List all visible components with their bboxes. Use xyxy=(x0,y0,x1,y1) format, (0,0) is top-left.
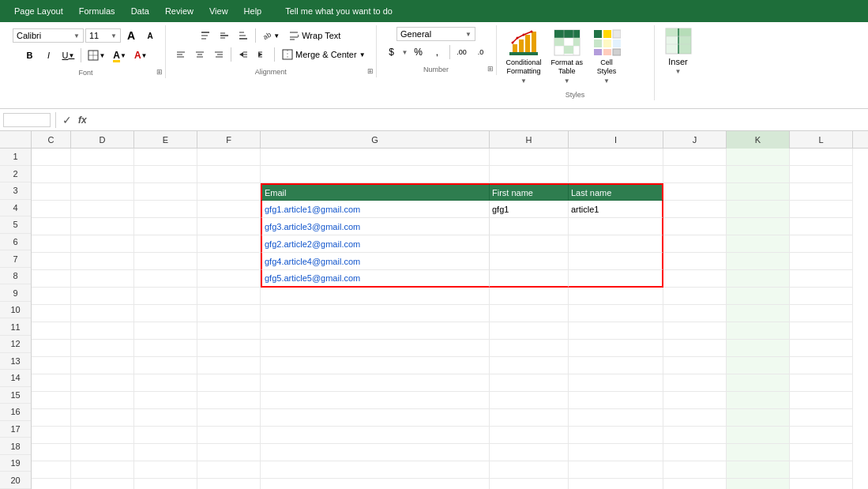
align-top-button[interactable] xyxy=(197,27,214,44)
tab-help[interactable]: Help xyxy=(236,3,270,19)
row-num-16[interactable]: 16 xyxy=(0,404,31,421)
cell-f8[interactable] xyxy=(197,270,261,288)
cell-j7[interactable] xyxy=(663,253,727,270)
cell-e2[interactable] xyxy=(134,166,197,183)
cell-h2[interactable] xyxy=(490,166,569,183)
cell-f2[interactable] xyxy=(197,166,261,183)
col-header-g[interactable]: G xyxy=(261,131,490,149)
tab-review[interactable]: Review xyxy=(157,3,201,19)
cell-k7[interactable] xyxy=(727,253,790,270)
cell-h5[interactable] xyxy=(490,218,569,235)
cell-c1[interactable] xyxy=(32,149,71,166)
cell-d7[interactable] xyxy=(71,253,134,270)
fill-color-button[interactable]: A ▼ xyxy=(110,47,130,64)
bold-button[interactable]: B xyxy=(21,47,39,64)
right-align-button[interactable] xyxy=(210,46,227,63)
increase-indent-button[interactable] xyxy=(254,46,271,63)
cell-d8[interactable] xyxy=(71,270,134,288)
cell-l7[interactable] xyxy=(790,253,853,270)
col-header-l[interactable]: L xyxy=(790,131,853,149)
font-group-expand[interactable]: ⊞ xyxy=(156,68,163,76)
cell-d4[interactable] xyxy=(71,201,134,218)
cell-i2[interactable] xyxy=(569,166,663,183)
currency-button[interactable]: $ xyxy=(383,43,400,61)
row-num-11[interactable]: 11 xyxy=(0,318,31,336)
row-num-8[interactable]: 8 xyxy=(0,268,31,285)
cell-k5[interactable] xyxy=(727,218,790,235)
cell-f3[interactable] xyxy=(197,183,261,201)
cell-g4[interactable]: gfg1.article1@gmail.com xyxy=(261,201,490,218)
cell-c3[interactable] xyxy=(32,183,71,201)
cell-d5[interactable] xyxy=(71,218,134,235)
cell-j2[interactable] xyxy=(663,166,727,183)
row-num-9[interactable]: 9 xyxy=(0,284,31,302)
cell-i6[interactable] xyxy=(569,235,663,253)
row-num-5[interactable]: 5 xyxy=(0,216,31,234)
cell-i1[interactable] xyxy=(569,149,663,166)
row-num-19[interactable]: 19 xyxy=(0,455,31,472)
col-header-i[interactable]: I xyxy=(569,131,663,149)
insert-label[interactable]: Inser xyxy=(668,57,687,66)
left-align-button[interactable] xyxy=(172,46,190,63)
col-header-c[interactable]: C xyxy=(32,131,71,149)
cell-i3[interactable]: Last name xyxy=(569,183,663,201)
font-size-selector[interactable]: 11 ▼ xyxy=(85,28,121,43)
row-num-18[interactable]: 18 xyxy=(0,438,31,455)
font-grow-button[interactable]: A xyxy=(122,27,140,44)
row-num-6[interactable]: 6 xyxy=(0,234,31,251)
col-header-k[interactable]: K xyxy=(727,131,790,149)
row-num-14[interactable]: 14 xyxy=(0,370,31,387)
col-header-e[interactable]: E xyxy=(134,131,197,149)
orientation-button[interactable]: ab ▼ xyxy=(259,27,283,44)
cell-f1[interactable] xyxy=(197,149,261,166)
cell-f6[interactable] xyxy=(197,235,261,253)
cell-l1[interactable] xyxy=(790,149,853,166)
percent-button[interactable]: % xyxy=(410,43,427,61)
cell-i5[interactable] xyxy=(569,218,663,235)
cell-c8[interactable] xyxy=(32,270,71,288)
cell-g8[interactable]: gfg5.article5@gmail.com xyxy=(261,270,490,288)
confirm-icon[interactable]: ✓ xyxy=(61,112,73,128)
align-middle-button[interactable] xyxy=(216,27,233,44)
format-as-table-button[interactable]: Format asTable ▼ xyxy=(548,27,587,86)
cell-c7[interactable] xyxy=(32,253,71,270)
name-box[interactable] xyxy=(3,113,51,127)
cell-h7[interactable] xyxy=(490,253,569,270)
cell-c6[interactable] xyxy=(32,235,71,253)
cell-k3[interactable] xyxy=(727,183,790,201)
italic-button[interactable]: I xyxy=(40,47,58,64)
number-group-expand[interactable]: ⊞ xyxy=(487,65,494,73)
row-num-3[interactable]: 3 xyxy=(0,182,31,200)
insert-dropdown[interactable]: ▼ xyxy=(675,68,682,75)
font-shrink-button[interactable]: A xyxy=(141,27,159,44)
cell-h8[interactable] xyxy=(490,270,569,288)
cell-h3[interactable]: First name xyxy=(490,183,569,201)
row-num-15[interactable]: 15 xyxy=(0,387,31,404)
cell-e3[interactable] xyxy=(134,183,197,201)
tab-formulas[interactable]: Formulas xyxy=(71,3,123,19)
cell-g7[interactable]: gfg4.article4@gmail.com xyxy=(261,253,490,270)
cell-styles-button[interactable]: CellStyles ▼ xyxy=(589,27,624,86)
cell-j8[interactable] xyxy=(663,270,727,288)
cell-l2[interactable] xyxy=(790,166,853,183)
cell-g3[interactable]: Email xyxy=(261,183,490,201)
cell-h4[interactable]: gfg1 xyxy=(490,201,569,218)
cell-k8[interactable] xyxy=(727,270,790,288)
cell-i4[interactable]: article1 xyxy=(569,201,663,218)
row-num-7[interactable]: 7 xyxy=(0,250,31,268)
cell-e5[interactable] xyxy=(134,218,197,235)
cell-e4[interactable] xyxy=(134,201,197,218)
row-num-13[interactable]: 13 xyxy=(0,353,31,371)
col-header-f[interactable]: F xyxy=(197,131,261,149)
cell-g5[interactable]: gfg3.article3@gmail.com xyxy=(261,218,490,235)
underline-button[interactable]: U ▼ xyxy=(59,47,78,64)
decrease-indent-button[interactable] xyxy=(235,46,252,63)
cell-c4[interactable] xyxy=(32,201,71,218)
row-num-10[interactable]: 10 xyxy=(0,302,31,319)
cell-f7[interactable] xyxy=(197,253,261,270)
cell-l4[interactable] xyxy=(790,201,853,218)
cell-d6[interactable] xyxy=(71,235,134,253)
formula-input[interactable] xyxy=(92,113,865,127)
cell-g1[interactable] xyxy=(261,149,490,166)
row-num-4[interactable]: 4 xyxy=(0,200,31,217)
